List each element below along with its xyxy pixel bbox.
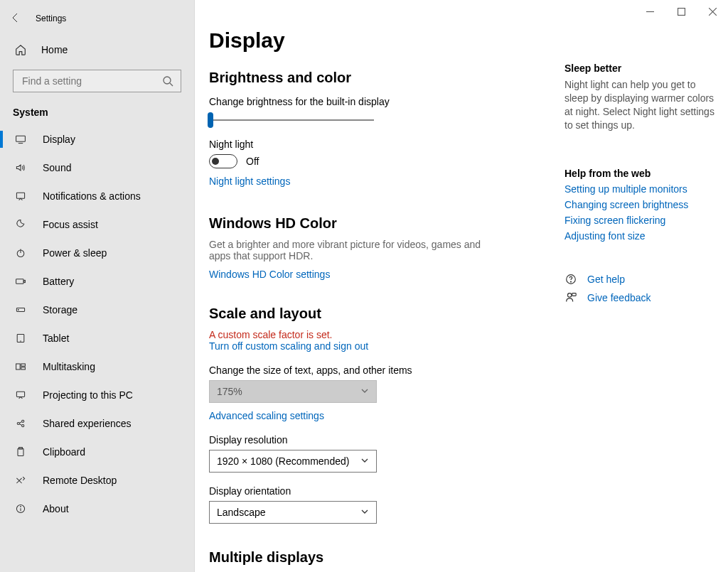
shared-icon <box>14 417 27 430</box>
help-link-multiple-monitors[interactable]: Setting up multiple monitors <box>564 183 718 195</box>
nav-label: Battery <box>43 276 74 287</box>
nav-label: Clipboard <box>43 446 85 458</box>
nav-tablet[interactable]: Tablet <box>0 324 194 352</box>
minimize-button[interactable] <box>634 0 665 23</box>
hdcolor-settings-link[interactable]: Windows HD Color settings <box>209 269 330 280</box>
projecting-icon <box>14 389 27 401</box>
nav-label: Sound <box>43 162 71 173</box>
svg-rect-12 <box>24 280 26 282</box>
nav-label: Multitasking <box>43 361 95 372</box>
get-help-label: Get help <box>587 274 625 285</box>
brightness-label: Change brightness for the built-in displ… <box>209 96 543 107</box>
close-button[interactable] <box>697 0 728 23</box>
resolution-select[interactable]: 1920 × 1080 (Recommended) <box>209 450 377 473</box>
nav-focus-assist[interactable]: Focus assist <box>0 210 194 239</box>
resolution-value: 1920 × 1080 (Recommended) <box>217 455 349 467</box>
home-label: Home <box>41 44 68 55</box>
nav-label: Power & sleep <box>43 247 107 259</box>
window-title: Settings <box>36 14 66 23</box>
section-header: System <box>0 92 194 125</box>
chevron-down-icon <box>360 386 369 397</box>
get-help-row[interactable]: Get help <box>564 273 718 286</box>
home-button[interactable]: Home <box>0 36 194 64</box>
nav-storage[interactable]: Storage <box>0 296 194 324</box>
svg-line-24 <box>19 422 21 423</box>
feedback-icon <box>564 291 577 304</box>
power-icon <box>14 247 27 259</box>
svg-rect-11 <box>16 279 23 284</box>
svg-point-21 <box>17 422 19 424</box>
help-link-font-size[interactable]: Adjusting font size <box>564 230 718 242</box>
help-link-brightness[interactable]: Changing screen brightness <box>564 199 718 210</box>
advanced-scaling-link[interactable]: Advanced scaling settings <box>209 410 324 421</box>
nav-notifications[interactable]: Notifications & actions <box>0 182 194 210</box>
svg-point-23 <box>22 425 24 427</box>
battery-icon <box>14 275 27 288</box>
search-box[interactable] <box>13 70 181 92</box>
maximize-button[interactable] <box>665 0 697 23</box>
content-column: Display Brightness and color Change brig… <box>195 0 564 572</box>
help-link-flickering[interactable]: Fixing screen flickering <box>564 215 718 226</box>
give-feedback-row[interactable]: Give feedback <box>564 291 718 304</box>
svg-rect-1 <box>678 8 685 15</box>
nav-label: Storage <box>43 304 77 315</box>
nav-label: Projecting to this PC <box>43 389 133 401</box>
night-light-label: Night light <box>209 139 543 150</box>
window-buttons <box>634 0 728 23</box>
toggle-pill <box>209 154 237 168</box>
sound-icon <box>14 161 27 174</box>
nav-display[interactable]: Display <box>0 125 194 153</box>
notifications-icon <box>14 190 27 203</box>
svg-rect-8 <box>16 193 24 198</box>
multi-displays-section-title: Multiple displays <box>209 549 543 566</box>
hdcolor-section-title: Windows HD Color <box>209 215 543 232</box>
storage-icon <box>14 303 27 316</box>
svg-point-35 <box>568 293 572 296</box>
hdcolor-description: Get a brighter and more vibrant picture … <box>209 239 493 261</box>
night-light-toggle[interactable]: Off <box>209 154 543 168</box>
nav-shared-experiences[interactable]: Shared experiences <box>0 409 194 438</box>
svg-point-4 <box>164 77 171 84</box>
nav-label: Remote Desktop <box>43 475 117 486</box>
nav-clipboard[interactable]: Clipboard <box>0 438 194 466</box>
svg-point-14 <box>18 310 18 311</box>
chevron-down-icon <box>360 507 369 518</box>
nav-label: Tablet <box>43 333 69 344</box>
nav-projecting[interactable]: Projecting to this PC <box>0 381 194 409</box>
nav-label: Shared experiences <box>43 418 132 429</box>
search-icon <box>162 75 173 87</box>
svg-point-22 <box>22 420 24 422</box>
search-input[interactable] <box>21 75 162 87</box>
svg-line-5 <box>170 83 173 86</box>
night-light-settings-link[interactable]: Night light settings <box>209 176 290 187</box>
nav-battery[interactable]: Battery <box>0 267 194 296</box>
focus-assist-icon <box>14 218 27 231</box>
nav-multitasking[interactable]: Multitasking <box>0 352 194 381</box>
home-icon <box>14 43 27 56</box>
svg-line-25 <box>19 424 21 426</box>
back-icon <box>10 12 21 26</box>
multitasking-icon <box>14 360 27 373</box>
brightness-slider[interactable] <box>209 112 374 129</box>
nav-remote-desktop[interactable]: Remote Desktop <box>0 466 194 495</box>
text-size-label: Change the size of text, apps, and other… <box>209 365 543 376</box>
svg-rect-26 <box>18 448 23 455</box>
toggle-state: Off <box>246 156 259 167</box>
nav-sound[interactable]: Sound <box>0 153 194 182</box>
scale-section-title: Scale and layout <box>209 306 543 322</box>
back-row[interactable]: Settings <box>0 6 194 31</box>
give-feedback-label: Give feedback <box>587 292 651 303</box>
page-title: Display <box>209 28 543 53</box>
orientation-select[interactable]: Landscape <box>209 501 377 524</box>
right-pane: Sleep better Night light can help you ge… <box>564 0 727 572</box>
orientation-value: Landscape <box>217 507 266 518</box>
nav-power-sleep[interactable]: Power & sleep <box>0 239 194 267</box>
tablet-icon <box>14 332 27 345</box>
svg-rect-19 <box>21 367 26 369</box>
text-size-select[interactable]: 175% <box>209 380 377 403</box>
scale-warning-link[interactable]: Turn off custom scaling and sign out <box>209 340 368 352</box>
display-icon <box>14 133 27 146</box>
about-icon <box>14 502 27 515</box>
svg-point-32 <box>21 506 21 507</box>
nav-about[interactable]: About <box>0 495 194 523</box>
